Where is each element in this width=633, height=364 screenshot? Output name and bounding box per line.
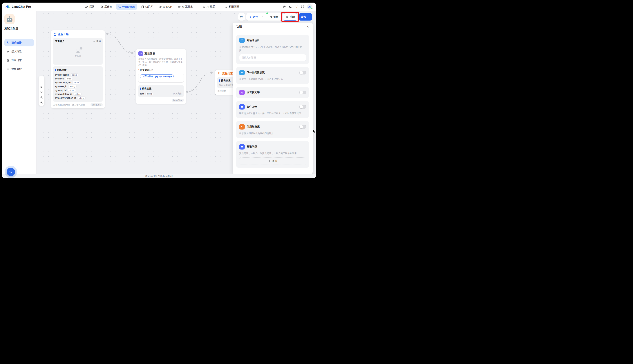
variable-row: sys.user_idstring [55,84,101,88]
section-title: 输出变量 [221,79,231,82]
handle-end-in[interactable] [210,72,213,74]
toggle-speech-to-text[interactable] [299,91,306,94]
divider [40,83,43,83]
required-asterisk: * [138,69,139,72]
fit-view-icon[interactable] [40,91,43,94]
nav-item-permissions[interactable]: 权限管理 [223,4,245,10]
sidebar-item-channels[interactable]: 接入渠道 [5,48,34,55]
section-title: 系统变量 [57,68,67,72]
fullscreen-icon[interactable] [301,5,304,8]
workflow-avatar: 🤖 [5,14,15,24]
run-history-button[interactable] [260,13,267,20]
explore-icon [85,5,88,8]
variable-row: sys.messagestring [55,73,101,77]
monitor-icon [7,68,10,71]
type-badge: string [70,74,78,76]
publish-button[interactable]: 发布 [299,13,312,20]
support-chat-button[interactable] [7,168,15,176]
welcome-message-input[interactable] [239,54,306,61]
add-variable-button[interactable]: 添加 [93,40,101,43]
output-row: text string 回复内容 [140,92,182,95]
empty-text: 无数据 [75,55,81,58]
dark-mode-moon-icon[interactable] [289,5,292,8]
workflow-icon [7,41,10,44]
blocks-icon [285,16,288,18]
output-variables-section: 输出变量 text string 回复内容 [138,85,184,97]
log-icon [7,59,10,62]
canvas-toolbar: ENV 运行 节点 [238,13,312,20]
workflow-canvas[interactable]: ENV 运行 节点 [37,11,316,174]
settings-icon[interactable] [283,5,286,8]
workflow-subtitle: --- [5,32,34,34]
type-badge: string [69,85,77,88]
nav-item-workflows[interactable]: Workflows [116,4,137,10]
type-badge: string [78,96,86,100]
nav-item-ai-toolkit[interactable]: AI 工具集 [176,4,199,10]
brand-chip: LangChat [172,99,184,102]
empty-inbox-icon: ✕ [75,48,81,54]
zoom-in-icon[interactable] [40,96,43,99]
zoom-out-icon[interactable] [40,101,43,104]
toggle-next-question[interactable] [299,71,306,74]
toggle-citation[interactable] [299,125,306,128]
feature-card-citation: “ 引用和归属 显示源文档和生成内容的归属部分。 [236,121,309,138]
app-logo[interactable]: AL LangChat Pro [6,4,31,9]
workflows-icon [118,5,121,8]
chevron-down-icon [194,6,197,8]
help-icon[interactable]: ? [151,69,153,71]
translate-icon[interactable]: 文A [295,5,298,8]
sidebar-item-monitoring[interactable]: 数据监控 [5,66,34,73]
nav-item-studio[interactable]: 工作室 [98,4,114,10]
section-accent-bar [219,80,220,82]
opening-statement-icon [239,38,245,43]
node-direct-reply[interactable]: 直接回复 该模块可以直接回复一段指定的内容。常用于引导、提示。非字符串内容传入时… [136,49,186,104]
feature-panel-body: 对话开场白 在对话型应用中，让 AI 主动说第一段话可以拉近与用户间的距离。 下… [233,31,313,174]
empty-state: ✕ 无数据 [55,43,101,63]
add-preset-question-button[interactable]: 添加 [239,158,306,165]
knowledge-icon [141,5,144,8]
type-badge: string [74,93,82,96]
nav-item-ai-config[interactable]: AI 配置 [201,4,221,10]
user-avatar[interactable]: AL [307,4,312,10]
feature-button[interactable]: 功能 [283,13,297,20]
run-status-dot [266,12,268,14]
edge-reply-to-end [187,73,212,92]
undo-icon[interactable] [40,78,43,80]
feature-button-wrap: 功能 [283,13,297,20]
toggle-file-upload[interactable] [299,105,306,108]
node-start[interactable]: 流程开始 变量输入 添加 ✕ [51,30,105,108]
env-button[interactable]: ENV [238,13,245,20]
handle-reply-out[interactable] [186,91,188,93]
feature-card-preset-questions: 预设问题 预设问题，给用户一些预设问题，让用户更了解你的应用。 添加 [236,141,309,168]
chevron-down-icon [240,6,243,8]
type-badge: string [145,92,153,95]
reply-content-input[interactable]: 开始节点 / {×} sys.message [138,73,184,82]
play-icon [250,16,252,18]
section-title: 输出变量 [142,87,152,90]
nav-item-explore[interactable]: 探索 [83,4,96,10]
variable-row: sys.history_listarray [55,80,101,84]
close-icon[interactable]: ✕ [307,25,309,28]
top-navbar: AL LangChat Pro 探索 工作室 Workflows 知识库 [2,2,316,11]
quote-icon: “ [239,124,245,130]
plus-icon [268,160,271,162]
node-title: 流程开始 [58,32,69,36]
variable-reference-tag[interactable]: 开始节点 / {×} sys.message [140,74,174,78]
nav-item-knowledge[interactable]: 知识库 [139,4,155,10]
app-footer: Copyright © 2025 LangChat [2,174,316,178]
add-file-icon[interactable] [40,86,43,88]
handle-reply-in[interactable] [131,52,134,54]
file-upload-icon [239,104,245,110]
variable-row: sys.filesarray [55,77,101,80]
nav-item-ai-mcp[interactable]: AI MCP [157,4,174,10]
feature-panel: 功能 ✕ 对话开场白 在对话型应用中，让 AI 主动说第一段话可以拉近与用户间的… [233,22,313,174]
main-nav: 探索 工作室 Workflows 知识库 AI MCP AI 工具集 [83,2,245,11]
sidebar-item-orchestration[interactable]: 流程编排 [5,39,34,46]
logo-icon: AL [6,4,10,9]
add-node-button[interactable]: 节点 [267,13,280,20]
run-button[interactable]: 运行 [247,13,260,20]
chevron-down-icon [216,6,219,8]
rss-icon [7,50,10,53]
handle-start-out[interactable] [106,33,109,35]
sidebar-item-chat-logs[interactable]: 对话日志 [5,57,34,64]
